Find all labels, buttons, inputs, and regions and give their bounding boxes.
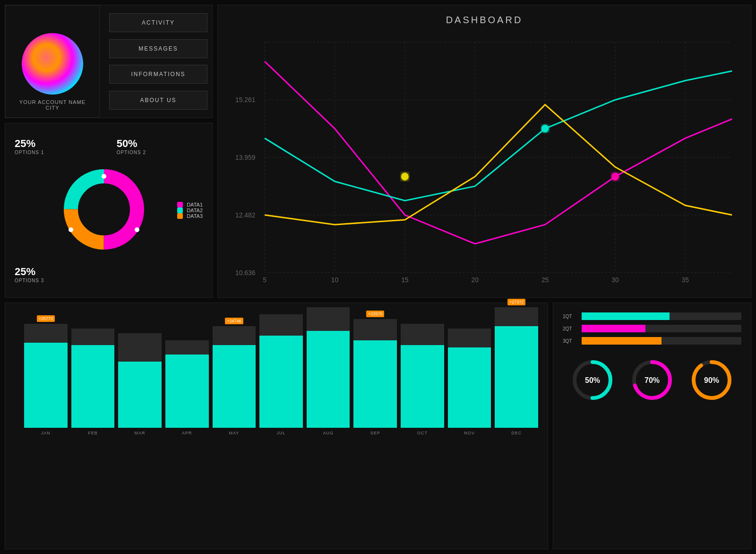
svg-text:20: 20	[472, 276, 479, 282]
stat-bar-3qt: 3QT	[563, 337, 741, 345]
bar-month-label: MAY	[229, 431, 239, 435]
svg-text:90%: 90%	[704, 376, 719, 384]
donut-option1-label: 25% OPTIONS 1	[15, 138, 44, 155]
bar-group-mar: MAR	[118, 333, 162, 435]
bar-outer	[259, 314, 303, 428]
svg-point-5	[69, 227, 73, 232]
bar-chart-panel: +25773JANFEBMARAPR+24746MAYJULAUG+22575S…	[5, 303, 548, 549]
stat-bars: 1QT 2QT 3QT	[563, 312, 741, 345]
profile-name: YOUR ACCOUNT NAME CITY	[19, 99, 86, 111]
nav-messages-button[interactable]: MESSAGES	[109, 39, 207, 58]
profile-section: YOUR ACCOUNT NAME CITY	[5, 5, 100, 118]
bar-inner	[353, 340, 397, 428]
bar-outer	[24, 324, 68, 428]
bar-inner	[495, 326, 538, 428]
bar-inner	[118, 362, 162, 428]
svg-text:12.482: 12.482	[235, 211, 256, 219]
bar-group-jul: JUL	[259, 314, 303, 435]
svg-text:15: 15	[401, 276, 409, 282]
profile-nav: YOUR ACCOUNT NAME CITY ACTIVITY MESSAGES…	[5, 5, 213, 118]
donut-chart	[57, 162, 151, 257]
bar-month-label: SEP	[370, 431, 380, 435]
svg-text:25: 25	[541, 276, 549, 282]
bar-month-label: JUL	[277, 431, 286, 435]
bar-month-label: DEC	[511, 431, 522, 435]
bar-inner	[165, 355, 209, 428]
line-chart-svg: 15.261 13.959 12.482 10.636 5 10 15 20 2…	[227, 33, 741, 282]
bar-group-feb: FEB	[71, 329, 115, 435]
svg-text:30: 30	[611, 276, 619, 282]
svg-text:10.636: 10.636	[235, 269, 256, 277]
bar-inner	[259, 336, 303, 428]
bar-badge: +24746	[225, 318, 243, 324]
avatar	[22, 33, 83, 95]
bottom-row: +25773JANFEBMARAPR+24746MAYJULAUG+22575S…	[5, 303, 751, 549]
bar-month-label: AUG	[323, 431, 334, 435]
stats-panel: 1QT 2QT 3QT	[553, 303, 751, 549]
bar-inner	[307, 331, 350, 428]
bar-outer	[495, 307, 538, 428]
nav-activity-button[interactable]: ACTIVITY	[109, 13, 207, 32]
bar-inner	[24, 343, 68, 428]
bar-outer	[307, 307, 350, 428]
svg-text:13.959: 13.959	[235, 154, 256, 161]
bar-month-label: MAR	[135, 431, 146, 435]
bar-outer	[448, 329, 491, 428]
svg-text:10: 10	[331, 276, 339, 282]
legend-data2: DATA2	[177, 208, 203, 213]
bar-month-label: APR	[182, 431, 192, 435]
svg-text:70%: 70%	[644, 376, 660, 384]
chart-area: 15.261 13.959 12.482 10.636 5 10 15 20 2…	[227, 33, 741, 282]
bar-group-oct: OCT	[401, 324, 444, 435]
bar-outer	[165, 340, 209, 428]
svg-text:15.261: 15.261	[235, 96, 256, 104]
bar-inner	[71, 345, 115, 428]
svg-text:50%: 50%	[585, 376, 600, 384]
bar-group-dec: +27372DEC	[495, 299, 538, 435]
bar-inner	[401, 345, 444, 428]
bar-group-sep: +22575SEP	[353, 311, 397, 435]
nav-buttons: ACTIVITY MESSAGES INFORMATIONS ABOUT US	[104, 5, 212, 118]
bar-group-nov: NOV	[448, 329, 491, 435]
donut-option3-label: 25% OPTIONS 3	[15, 266, 44, 283]
gauge-70: 70%	[628, 356, 676, 404]
bar-outer	[213, 326, 256, 428]
bar-group-apr: APR	[165, 340, 209, 435]
bar-badge: +25773	[37, 315, 55, 322]
svg-point-4	[102, 174, 106, 179]
bar-inner	[448, 347, 491, 428]
bar-outer	[71, 329, 115, 428]
svg-point-30	[541, 125, 549, 132]
gauge-50: 50%	[569, 356, 616, 404]
nav-about-button[interactable]: ABOUT US	[109, 91, 207, 110]
gauge-row: 50% 70% 90%	[563, 356, 741, 404]
stat-bar-2qt: 2QT	[563, 325, 741, 332]
bar-outer	[118, 333, 162, 428]
bar-month-label: FEB	[88, 431, 98, 435]
donut-legend: DATA1 DATA2 DATA3	[177, 202, 203, 219]
bar-badge: +22575	[366, 311, 384, 317]
bar-group-aug: AUG	[307, 307, 350, 435]
nav-informations-button[interactable]: INFORMATIONS	[109, 65, 207, 84]
chart-title: DASHBOARD	[227, 15, 741, 26]
donut-panel: 25% OPTIONS 1 25% OPTIONS 3	[5, 123, 213, 298]
bar-group-jan: +25773JAN	[24, 315, 68, 435]
legend-data3: DATA3	[177, 213, 203, 219]
bar-month-label: NOV	[464, 431, 475, 435]
donut-option2-label: 50% OPTIONS 2	[117, 138, 146, 155]
svg-point-6	[135, 227, 139, 232]
bar-outer	[401, 324, 444, 428]
bar-chart-inner: +25773JANFEBMARAPR+24746MAYJULAUG+22575S…	[24, 312, 538, 435]
bar-badge: +27372	[507, 299, 525, 305]
line-chart-panel: DASHBOARD	[217, 5, 751, 298]
svg-point-31	[401, 173, 409, 180]
bar-inner	[213, 345, 256, 428]
bar-month-label: OCT	[417, 431, 428, 435]
left-panel: YOUR ACCOUNT NAME CITY ACTIVITY MESSAGES…	[5, 5, 213, 298]
bar-group-may: +24746MAY	[213, 318, 256, 435]
bar-outer	[353, 319, 397, 428]
svg-text:5: 5	[263, 276, 266, 282]
stat-bar-1qt: 1QT	[563, 312, 741, 320]
dashboard: YOUR ACCOUNT NAME CITY ACTIVITY MESSAGES…	[0, 0, 756, 554]
svg-text:35: 35	[682, 276, 689, 282]
